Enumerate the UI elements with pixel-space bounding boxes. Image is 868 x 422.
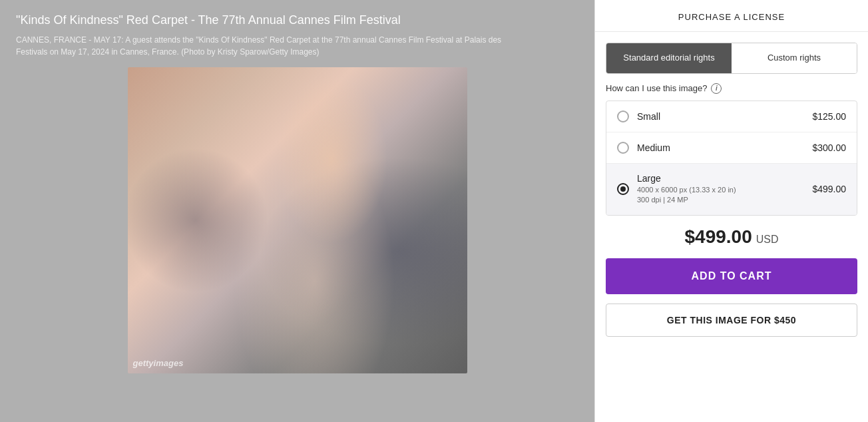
photo-overlay (128, 67, 467, 373)
license-tabs: Standard editorial rights Custom rights (606, 43, 857, 74)
how-to-use-text: How can I use this image? (606, 83, 707, 93)
add-to-cart-button[interactable]: ADD TO CART (606, 258, 857, 294)
size-price-small: $125.00 (812, 111, 846, 122)
total-price: $499.00USD (595, 216, 868, 253)
size-label-medium: Medium (637, 142, 812, 153)
size-name-large: Large (637, 173, 812, 184)
tab-custom-rights[interactable]: Custom rights (732, 43, 857, 73)
size-detail-large: 4000 x 6000 px (13.33 x 20 in)300 dpi | … (637, 185, 812, 206)
radio-medium[interactable] (617, 142, 629, 154)
size-option-small[interactable]: Small $125.00 (606, 101, 857, 132)
radio-large[interactable] (617, 183, 629, 195)
image-caption: CANNES, FRANCE - MAY 17: A guest attends… (16, 34, 515, 58)
photo-container: gettyimages (128, 67, 467, 373)
tab-standard-editorial[interactable]: Standard editorial rights (606, 43, 732, 73)
left-panel: "Kinds Of Kindness" Red Carpet - The 77t… (0, 0, 594, 422)
getty-watermark: gettyimages (133, 358, 184, 368)
size-price-large: $499.00 (812, 184, 846, 194)
radio-small[interactable] (617, 110, 629, 122)
radio-inner-large (620, 186, 626, 192)
photo-placeholder (128, 67, 467, 373)
size-option-large[interactable]: Large 4000 x 6000 px (13.33 x 20 in)300 … (606, 164, 857, 215)
currency: USD (756, 234, 779, 245)
info-icon[interactable]: i (711, 83, 722, 94)
size-name-medium: Medium (637, 142, 812, 153)
size-options: Small $125.00 Medium $300.00 Large 4000 … (606, 101, 857, 216)
size-option-medium[interactable]: Medium $300.00 (606, 132, 857, 164)
purchase-header: PURCHASE A LICENSE (595, 0, 868, 32)
total-amount: $499.00 (685, 226, 752, 247)
size-label-large: Large 4000 x 6000 px (13.33 x 20 in)300 … (637, 173, 812, 206)
how-to-use: How can I use this image? i (595, 74, 868, 101)
size-label-small: Small (637, 111, 812, 122)
size-name-small: Small (637, 111, 812, 122)
get-image-button[interactable]: GET THIS IMAGE FOR $450 (606, 304, 857, 337)
size-price-medium: $300.00 (812, 142, 846, 153)
right-panel: PURCHASE A LICENSE Standard editorial ri… (594, 0, 868, 422)
image-title: "Kinds Of Kindness" Red Carpet - The 77t… (16, 13, 578, 27)
